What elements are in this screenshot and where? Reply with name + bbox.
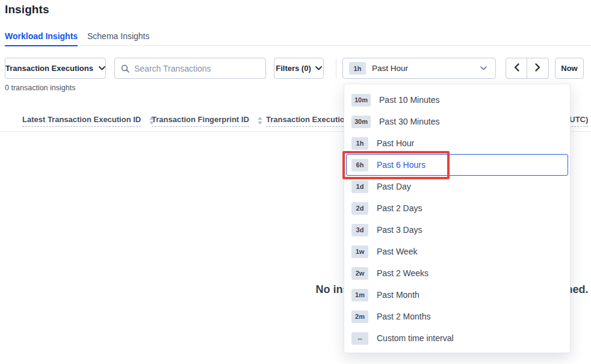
search-input[interactable] bbox=[134, 64, 259, 73]
time-range-pager bbox=[506, 58, 549, 79]
time-option-badge: 3d bbox=[351, 224, 368, 236]
time-option-past-2-weeks[interactable]: 2w Past 2 Weeks bbox=[346, 262, 568, 284]
chevron-down-icon bbox=[315, 66, 322, 70]
time-range-selector[interactable]: 1h Past Hour bbox=[342, 58, 496, 79]
chevron-down-icon bbox=[480, 66, 487, 70]
time-option-past-30-minutes[interactable]: 30m Past 30 Minutes bbox=[346, 111, 568, 132]
tab-bar: Workload Insights Schema Insights bbox=[0, 26, 591, 46]
time-prev-button[interactable] bbox=[506, 58, 527, 79]
insights-count: 0 transaction insights bbox=[5, 84, 75, 92]
time-next-button[interactable] bbox=[527, 58, 549, 79]
time-range-badge: 1h bbox=[349, 62, 366, 75]
toolbar-divider bbox=[336, 58, 336, 78]
tab-workload-insights[interactable]: Workload Insights bbox=[5, 26, 78, 46]
time-option-badge: 2d bbox=[351, 202, 368, 215]
time-option-badge: 30m bbox=[351, 116, 371, 128]
time-option-past-6-hours[interactable]: 6h Past 6 Hours bbox=[346, 154, 568, 176]
view-type-label: Transaction Executions bbox=[5, 64, 93, 73]
tab-schema-insights[interactable]: Schema Insights bbox=[87, 26, 150, 46]
chevron-down-icon bbox=[99, 66, 105, 70]
insights-page: Insights Workload Insights Schema Insigh… bbox=[0, 0, 591, 364]
time-option-badge: 1h bbox=[351, 137, 368, 150]
tab-schema-insights-label: Schema Insights bbox=[87, 31, 150, 41]
chevron-right-icon bbox=[535, 63, 540, 73]
time-option-past-3-days[interactable]: 3d Past 3 Days bbox=[346, 219, 568, 241]
time-option-badge: 1d bbox=[351, 180, 368, 193]
column-header-transaction-fingerprint-id[interactable]: Transaction Fingerprint ID bbox=[152, 115, 262, 127]
page-title: Insights bbox=[5, 3, 49, 16]
view-type-dropdown[interactable]: Transaction Executions bbox=[5, 58, 106, 79]
time-option-past-week[interactable]: 1w Past Week bbox=[346, 241, 568, 262]
time-option-custom-interval[interactable]: -- Custom time interval bbox=[346, 327, 568, 349]
time-range-label: Past Hour bbox=[372, 64, 408, 73]
time-option-badge: 2m bbox=[351, 310, 368, 323]
time-option-past-2-months[interactable]: 2m Past 2 Months bbox=[346, 306, 568, 327]
search-icon bbox=[121, 64, 129, 73]
time-option-past-2-days[interactable]: 2d Past 2 Days bbox=[346, 197, 568, 219]
time-range-dropdown: 10m Past 10 Minutes 30m Past 30 Minutes … bbox=[344, 84, 571, 353]
time-option-past-hour[interactable]: 1h Past Hour bbox=[346, 132, 568, 154]
chevron-left-icon bbox=[514, 63, 519, 73]
tab-workload-insights-label: Workload Insights bbox=[5, 31, 78, 41]
time-option-past-month[interactable]: 1m Past Month bbox=[346, 284, 568, 306]
time-option-badge: 2w bbox=[351, 267, 368, 280]
time-option-badge: 1m bbox=[351, 289, 368, 301]
time-option-badge: 6h bbox=[351, 159, 368, 171]
now-button-label: Now bbox=[561, 64, 577, 73]
filters-label: Filters (0) bbox=[276, 64, 311, 73]
time-option-badge: -- bbox=[351, 332, 368, 345]
sort-icon[interactable] bbox=[258, 115, 262, 125]
time-option-badge: 10m bbox=[351, 94, 371, 106]
time-option-past-10-minutes[interactable]: 10m Past 10 Minutes bbox=[346, 89, 568, 111]
time-option-badge: 1w bbox=[351, 245, 368, 258]
column-header-latest-transaction-execution-id[interactable]: Latest Transaction Execution ID bbox=[22, 115, 154, 127]
search-box[interactable] bbox=[114, 58, 266, 79]
filters-button[interactable]: Filters (0) bbox=[274, 58, 324, 79]
time-option-past-day[interactable]: 1d Past Day bbox=[346, 176, 568, 197]
now-button[interactable]: Now bbox=[555, 58, 584, 79]
toolbar: Transaction Executions Filters (0) 1h Pa… bbox=[0, 58, 591, 79]
